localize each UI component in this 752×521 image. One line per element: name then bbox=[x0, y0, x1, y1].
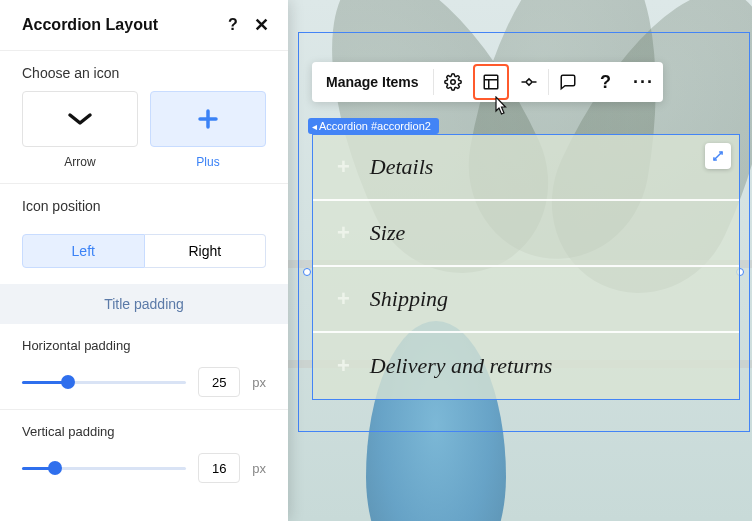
more-icon[interactable]: ··· bbox=[625, 62, 663, 102]
position-right-button[interactable]: Right bbox=[145, 234, 267, 268]
accordion-item[interactable]: + Size bbox=[313, 201, 739, 267]
comment-icon[interactable] bbox=[549, 62, 587, 102]
svg-rect-3 bbox=[484, 75, 498, 89]
help-icon[interactable]: ? bbox=[222, 14, 244, 36]
accordion-item-title: Details bbox=[370, 154, 434, 180]
horizontal-padding-input[interactable] bbox=[198, 367, 240, 397]
panel-header: Accordion Layout ? ✕ bbox=[0, 0, 288, 51]
settings-icon[interactable] bbox=[434, 62, 472, 102]
choose-icon-label: Choose an icon bbox=[0, 51, 288, 91]
manage-items-button[interactable]: Manage Items bbox=[312, 62, 433, 102]
title-padding-header: Title padding bbox=[0, 284, 288, 324]
accordion-item[interactable]: + Details bbox=[313, 135, 739, 201]
accordion-item-title: Size bbox=[370, 220, 405, 246]
icon-choice-arrow[interactable] bbox=[22, 91, 138, 147]
accordion-item-title: Delivery and returns bbox=[370, 353, 552, 379]
accordion-widget[interactable]: + Details + Size + Shipping + Delivery a… bbox=[312, 134, 740, 400]
svg-line-9 bbox=[714, 152, 722, 160]
plus-icon: + bbox=[337, 286, 350, 312]
plus-icon: + bbox=[337, 154, 350, 180]
vertical-padding-label: Vertical padding bbox=[22, 424, 266, 439]
accordion-item-title: Shipping bbox=[370, 286, 448, 312]
vertical-padding-slider[interactable] bbox=[22, 467, 186, 470]
icon-plus-label: Plus bbox=[150, 155, 266, 169]
horizontal-padding-label: Horizontal padding bbox=[22, 338, 266, 353]
svg-point-2 bbox=[450, 80, 455, 85]
plus-icon: + bbox=[337, 220, 350, 246]
expand-icon[interactable] bbox=[705, 143, 731, 169]
icon-choice-plus[interactable] bbox=[150, 91, 266, 147]
horizontal-padding-slider[interactable] bbox=[22, 381, 186, 384]
accordion-item[interactable]: + Shipping bbox=[313, 267, 739, 333]
plus-icon: + bbox=[337, 353, 350, 379]
vertical-padding-input[interactable] bbox=[198, 453, 240, 483]
icon-arrow-label: Arrow bbox=[22, 155, 138, 169]
element-toolbar: Manage Items ? ··· bbox=[312, 62, 663, 102]
horizontal-padding-unit: px bbox=[252, 375, 266, 390]
position-left-button[interactable]: Left bbox=[22, 234, 145, 268]
layout-panel: Accordion Layout ? ✕ Choose an icon Arro… bbox=[0, 0, 288, 521]
accordion-item[interactable]: + Delivery and returns bbox=[313, 333, 739, 399]
slider-thumb[interactable] bbox=[61, 375, 75, 389]
resize-handle-left[interactable] bbox=[303, 268, 311, 276]
svg-rect-6 bbox=[525, 79, 531, 85]
slider-thumb[interactable] bbox=[48, 461, 62, 475]
stretch-icon[interactable] bbox=[510, 62, 548, 102]
vertical-padding-unit: px bbox=[252, 461, 266, 476]
panel-title: Accordion Layout bbox=[22, 16, 216, 34]
element-tag-text: Accordion #accordion2 bbox=[319, 120, 431, 132]
layout-icon[interactable] bbox=[473, 64, 509, 100]
help-icon[interactable]: ? bbox=[587, 62, 625, 102]
icon-position-label: Icon position bbox=[0, 184, 288, 224]
element-tag[interactable]: ◂ Accordion #accordion2 bbox=[308, 118, 439, 134]
close-icon[interactable]: ✕ bbox=[250, 14, 272, 36]
